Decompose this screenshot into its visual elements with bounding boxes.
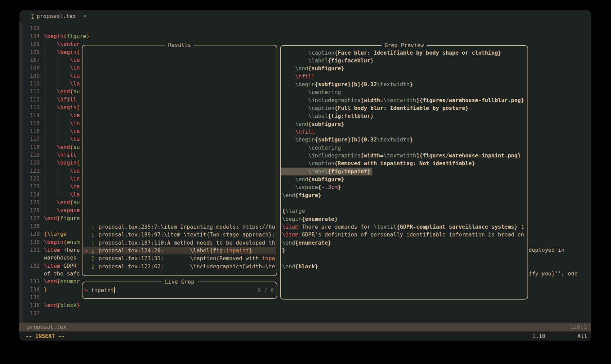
editor-line[interactable]: 137 <box>19 309 591 317</box>
preview-line: \end{subfigure} <box>281 175 527 183</box>
line-number: 126 <box>24 206 40 214</box>
preview-content: \caption{Face blur: Identifiable by body… <box>281 46 527 299</box>
tex-file-icon: ∑ <box>92 231 94 238</box>
tab-label: proposal.tex <box>37 13 76 19</box>
preview-line: \end{subfigure} <box>281 64 527 72</box>
line-number: 127 <box>24 214 40 222</box>
preview-line: \end{figure} <box>281 191 527 199</box>
line-number: 112 <box>24 96 40 103</box>
line-number: 107 <box>24 56 40 64</box>
preview-line: \includegraphics[width=\textwidth]{figur… <box>281 96 527 104</box>
selection-caret-icon: > <box>85 247 88 254</box>
cursor-position: 1,10 <box>532 331 545 341</box>
tex-file-icon: ∑ <box>31 14 34 19</box>
match-counter: 6 / 6 <box>258 286 274 294</box>
line-number: 119 <box>24 151 40 159</box>
statusline: -- INSERT -- 1,10 All <box>19 331 591 341</box>
preview-line: \end{subfigure} <box>281 120 527 128</box>
line-number: 109 <box>24 72 40 80</box>
indent-guide <box>57 167 57 198</box>
tex-file-icon: ∑ <box>92 247 94 254</box>
line-number: 132 <box>24 262 40 270</box>
indent-guide <box>44 40 44 214</box>
results-panel: Results ∑proposal.tex:235:7:\item Inpain… <box>82 45 277 276</box>
editor-line[interactable]: 136\end{block} <box>19 301 591 309</box>
line-number: 134 <box>24 286 40 293</box>
editor-line[interactable]: 103 <box>19 24 591 32</box>
line-number: 104 <box>24 32 40 40</box>
preview-line: \label{fig:faceblur} <box>281 57 527 64</box>
line-number: 121 <box>24 167 40 175</box>
result-row[interactable]: ∑proposal.tex:122:62: \includegraphics[w… <box>82 263 277 270</box>
tex-file-icon: ∑ <box>92 239 94 247</box>
screen: ∑ proposal.tex × 103104\begin{figure}105… <box>0 0 611 364</box>
line-number: 133 <box>24 277 40 285</box>
preview-line: \item GDPR's definition of personally id… <box>281 231 527 238</box>
preview-line: \label{fig:inpaint} <box>281 168 527 175</box>
line-number: 115 <box>24 119 40 127</box>
result-row[interactable]: ∑proposal.tex:123:31: \caption{Removed w… <box>82 254 277 262</box>
line-number: 111 <box>24 88 40 95</box>
preview-line: \hfill <box>281 73 527 80</box>
line-number: 123 <box>24 183 40 190</box>
line-number: 116 <box>24 127 40 135</box>
preview-line: \caption{Face blur: Identifiable by body… <box>281 49 527 57</box>
preview-line: \begin{enumerate} <box>281 215 527 223</box>
preview-line: \centering <box>281 88 527 96</box>
line-number: 129 <box>24 230 40 238</box>
line-number: 105 <box>24 40 40 48</box>
prompt-icon: > <box>85 286 88 294</box>
search-query-input[interactable]: inpaint <box>91 286 114 294</box>
preview-line: \hfill <box>281 128 527 136</box>
tex-file-icon: ∑ <box>92 263 94 270</box>
line-number: 131 <box>24 246 40 254</box>
terminal-window: ∑ proposal.tex × 103104\begin{figure}105… <box>19 10 591 341</box>
winbar-ruler: 120:1 <box>570 323 587 331</box>
editor-line[interactable]: 104\begin{figure} <box>19 32 591 40</box>
line-number: 103 <box>24 24 40 32</box>
line-number: 128 <box>24 222 40 230</box>
line-number: 125 <box>24 198 40 206</box>
winbar-filename: proposal.tex <box>27 323 67 331</box>
results-list: ∑proposal.tex:235:7:\item Inpainting mod… <box>82 45 277 275</box>
preview-line: \begin{subfigure}[b]{0.32\textwidth} <box>281 136 527 143</box>
preview-line: } <box>281 247 527 254</box>
line-number: 120 <box>24 159 40 167</box>
preview-line: \includegraphics[width=\textwidth]{figur… <box>281 152 527 159</box>
line-number: 113 <box>24 103 40 111</box>
tab-close-icon[interactable]: × <box>83 13 86 19</box>
preview-line: \item There are demands for \textit{GDPR… <box>281 223 527 231</box>
result-row[interactable]: ∑proposal.tex:189:97:\item \textit{Two-s… <box>82 231 277 238</box>
indent-guide <box>57 112 57 143</box>
preview-line: \end{enumerate} <box>281 239 527 247</box>
line-number: 108 <box>24 64 40 72</box>
tex-file-icon: ∑ <box>92 254 94 262</box>
preview-line <box>281 254 527 262</box>
tex-file-icon: ∑ <box>92 223 94 231</box>
tab-proposal-tex[interactable]: ∑ proposal.tex × <box>28 10 90 22</box>
result-row[interactable]: ∑proposal.tex:187:110:A method needs to … <box>82 239 277 247</box>
preview-line: \caption{Full body blur: Identifiable by… <box>281 104 527 112</box>
preview-line: \centering <box>281 144 527 152</box>
live-grep-box[interactable]: Live Grep > inpaint 6 / 6 <box>82 282 277 299</box>
preview-line: \caption{Removed with inpainting: Not id… <box>281 159 527 167</box>
line-number: 137 <box>24 309 40 317</box>
result-row[interactable]: ∑proposal.tex:235:7:\item Inpainting mod… <box>82 223 277 231</box>
preview-line: \begin{subfigure}[b]{0.32\textwidth} <box>281 80 527 88</box>
mode-indicator: -- INSERT -- <box>25 331 65 341</box>
grep-preview-panel: Grep Preview \caption{Face blur: Identif… <box>280 45 528 300</box>
result-row[interactable]: >∑proposal.tex:124:20: \label{fig:inpain… <box>82 247 277 254</box>
live-grep-title: Live Grep <box>162 277 198 286</box>
line-number: 106 <box>24 48 40 56</box>
line-number: 124 <box>24 191 40 198</box>
tab-bar: ∑ proposal.tex × <box>19 10 591 22</box>
line-number: 135 <box>24 293 40 301</box>
preview-line: \end{block} <box>281 263 527 270</box>
line-number: 130 <box>24 238 40 246</box>
preview-line: \label{fig:fullblur} <box>281 112 527 120</box>
line-number: 114 <box>24 111 40 119</box>
line-number: 110 <box>24 80 40 88</box>
line-number: 118 <box>24 143 40 151</box>
preview-line: \vspace{-.3cm} <box>281 183 527 191</box>
winbar: proposal.tex 120:1 <box>19 323 591 331</box>
